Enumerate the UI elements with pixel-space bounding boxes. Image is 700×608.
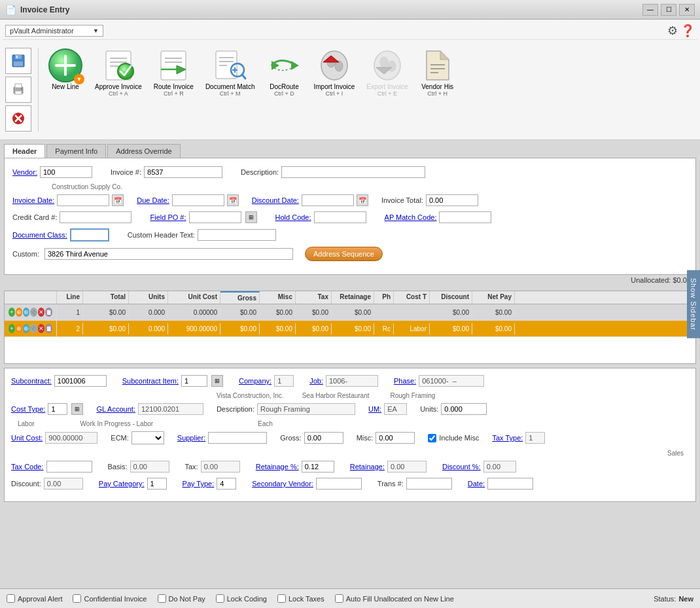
supplier-label[interactable]: Supplier: xyxy=(177,434,205,442)
tax-input[interactable] xyxy=(201,461,240,473)
invoice-total-input[interactable] xyxy=(426,194,478,206)
print-button[interactable] xyxy=(5,77,31,103)
gl-account-label[interactable]: GL Account: xyxy=(96,405,135,413)
subcontract-label[interactable]: Subcontract: xyxy=(11,377,52,385)
invoice-date-input[interactable] xyxy=(57,194,109,206)
job-input[interactable] xyxy=(326,375,378,387)
retainage-label[interactable]: Retainage: xyxy=(350,463,385,471)
row2-notes-btn[interactable]: 📋 xyxy=(45,324,52,333)
discount-pct-input[interactable] xyxy=(483,461,516,473)
approval-alert-checkbox[interactable] xyxy=(7,594,15,603)
company-label[interactable]: Company: xyxy=(239,377,271,385)
job-label[interactable]: Job: xyxy=(309,377,323,385)
subcontract-input[interactable] xyxy=(54,375,107,387)
ecm-select[interactable] xyxy=(131,431,164,444)
maximize-button[interactable]: ☐ xyxy=(661,4,676,16)
due-date-input[interactable] xyxy=(172,194,224,206)
unit-cost-label[interactable]: Unit Cost: xyxy=(11,434,43,442)
minimize-button[interactable]: — xyxy=(642,4,658,16)
gross-input[interactable] xyxy=(304,432,343,444)
confidential-invoice-checkbox[interactable] xyxy=(73,594,81,603)
document-match-button[interactable]: Document Match Ctrl + M xyxy=(200,45,260,99)
pay-type-input[interactable] xyxy=(217,478,236,490)
row1-notes-btn[interactable]: 📋 xyxy=(45,308,52,317)
retainage-input[interactable] xyxy=(387,461,427,473)
invoice-date-picker[interactable]: 📅 xyxy=(112,194,124,206)
invoice-num-input[interactable] xyxy=(144,166,222,178)
field-po-label[interactable]: Field PO #: xyxy=(150,213,186,221)
document-class-label[interactable]: Document Class: xyxy=(12,231,67,239)
hold-code-label[interactable]: Hold Code: xyxy=(275,213,311,221)
basis-input[interactable] xyxy=(130,461,169,473)
new-line-button[interactable]: ▼ New Line xyxy=(43,45,88,93)
row2-delete-btn[interactable]: ✕ xyxy=(38,324,44,333)
row1-delete-btn[interactable]: ✕ xyxy=(38,308,44,317)
units-input[interactable] xyxy=(441,403,487,415)
approve-invoice-button[interactable]: Approve Invoice Ctrl + A xyxy=(90,45,147,99)
auto-fill-checkbox[interactable] xyxy=(335,594,343,603)
due-date-picker[interactable]: 📅 xyxy=(227,194,239,206)
secondary-vendor-input[interactable] xyxy=(316,478,362,490)
cost-type-browse[interactable]: ⊞ xyxy=(71,403,83,415)
custom-input[interactable] xyxy=(44,248,293,260)
tax-code-input[interactable] xyxy=(46,461,92,473)
document-class-input[interactable] xyxy=(70,228,109,241)
row2-attach-btn[interactable]: 📎 xyxy=(30,324,37,333)
table-row[interactable]: + ⊕ ⊛ 📎 ✕ 📋 2 $0.00 0.000 900.00000 $0.0… xyxy=(5,321,695,337)
company-input[interactable] xyxy=(274,375,294,387)
date-input[interactable] xyxy=(487,478,533,490)
tax-type-label[interactable]: Tax Type: xyxy=(492,434,523,442)
discount-date-input[interactable] xyxy=(302,194,354,206)
vendor-input[interactable] xyxy=(40,166,92,178)
retainage-pct-label[interactable]: Retainage %: xyxy=(256,463,299,471)
export-invoice-button[interactable]: Export Invoice Ctrl + E xyxy=(361,45,413,99)
phase-input[interactable] xyxy=(419,375,484,387)
ap-match-code-input[interactable] xyxy=(439,211,491,223)
ap-match-code-label[interactable]: AP Match Code: xyxy=(385,213,437,221)
row1-copy-btn[interactable]: ⊕ xyxy=(16,308,22,317)
due-date-label[interactable]: Due Date: xyxy=(137,196,169,204)
row1-add-btn[interactable]: + xyxy=(9,308,15,317)
route-invoice-button[interactable]: Route Invoice Ctrl + R xyxy=(149,45,199,99)
save-button[interactable] xyxy=(5,48,31,74)
subcontract-item-input[interactable] xyxy=(181,375,207,387)
supplier-input[interactable] xyxy=(208,432,267,444)
row1-detail-btn[interactable]: ⊛ xyxy=(23,308,29,317)
um-input[interactable] xyxy=(384,403,407,415)
tax-code-label[interactable]: Tax Code: xyxy=(11,463,44,471)
field-po-browse[interactable]: ⊞ xyxy=(245,211,257,223)
date-label[interactable]: Date: xyxy=(468,480,485,488)
help-icon[interactable]: ❓ xyxy=(680,24,695,38)
tab-payment-info[interactable]: Payment Info xyxy=(46,144,106,158)
um-label[interactable]: UM: xyxy=(368,405,381,413)
subcontract-item-browse[interactable]: ⊞ xyxy=(211,375,223,387)
cost-type-label[interactable]: Cost Type: xyxy=(11,405,45,413)
row2-copy-btn[interactable]: ⊕ xyxy=(16,324,22,333)
retainage-pct-input[interactable] xyxy=(302,461,334,473)
subcontract-item-label[interactable]: Subcontract Item: xyxy=(122,377,179,385)
discount-pct-label[interactable]: Discount %: xyxy=(442,463,481,471)
credit-card-input[interactable] xyxy=(60,211,131,223)
cost-type-input[interactable] xyxy=(48,403,67,415)
lock-taxes-checkbox[interactable] xyxy=(277,594,286,603)
delete-button[interactable] xyxy=(5,105,31,132)
vendor-label[interactable]: Vendor: xyxy=(12,168,37,176)
address-sequence-button[interactable]: Address Sequence xyxy=(305,247,383,261)
hold-code-input[interactable] xyxy=(314,211,366,223)
row2-add-btn[interactable]: + xyxy=(9,324,15,333)
discount-date-label[interactable]: Discount Date: xyxy=(252,196,299,204)
user-dropdown[interactable]: pVault Administrator ▼ xyxy=(5,25,103,37)
row2-detail-btn[interactable]: ⊛ xyxy=(23,324,29,333)
do-not-pay-checkbox[interactable] xyxy=(158,594,166,603)
tab-header[interactable]: Header xyxy=(4,144,45,158)
import-invoice-button[interactable]: Import Invoice Ctrl + I xyxy=(308,45,360,99)
secondary-vendor-label[interactable]: Secondary Vendor: xyxy=(252,480,313,488)
invoice-date-label[interactable]: Invoice Date: xyxy=(12,196,54,204)
include-misc-checkbox[interactable] xyxy=(428,434,436,442)
tab-address-override[interactable]: Address Override xyxy=(107,144,181,158)
detail-description-input[interactable] xyxy=(257,403,355,415)
pay-category-label[interactable]: Pay Category: xyxy=(99,480,145,488)
description-input[interactable] xyxy=(281,166,425,178)
show-sidebar-tab[interactable]: Show Sidebar xyxy=(687,270,700,338)
pay-type-label[interactable]: Pay Type: xyxy=(183,480,215,488)
